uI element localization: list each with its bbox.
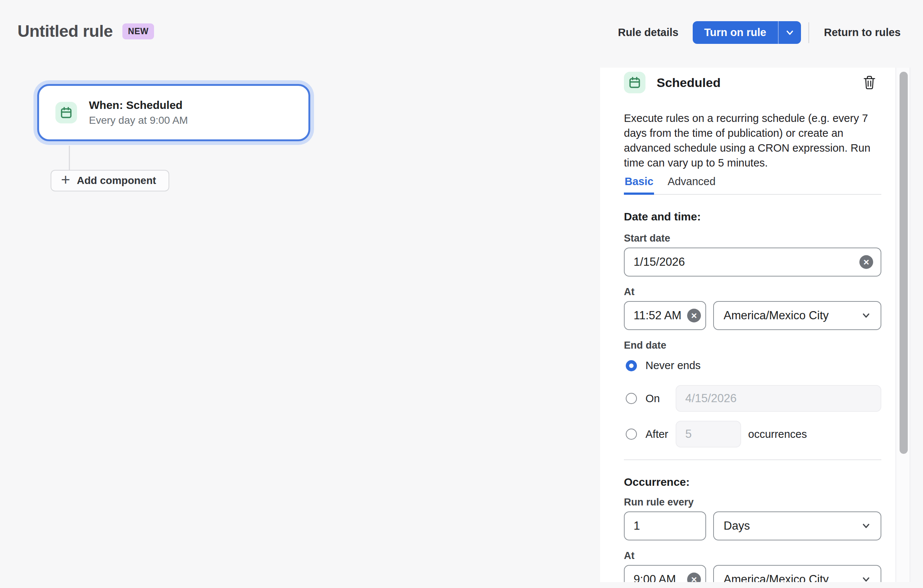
tab-advanced[interactable]: Advanced: [667, 175, 716, 195]
trigger-card-text: When: Scheduled Every day at 9:00 AM: [89, 99, 188, 126]
occurrences-suffix: occurrences: [748, 428, 881, 441]
calendar-icon: [624, 72, 645, 93]
section-divider: [624, 459, 881, 460]
turn-on-rule-button[interactable]: Turn on rule: [693, 21, 778, 44]
occurrence-time-field: ✕: [624, 565, 706, 582]
scheduled-config-panel: Scheduled Execute rules on a recurring s…: [600, 68, 895, 582]
chevron-down-icon: [861, 520, 872, 532]
header-divider: [808, 22, 809, 43]
occurrence-heading: Occurrence:: [624, 476, 881, 488]
delete-component-button[interactable]: [863, 75, 876, 90]
clear-icon[interactable]: ✕: [859, 256, 873, 269]
trigger-card-title: When: Scheduled: [89, 99, 188, 111]
run-every-value-input[interactable]: [624, 511, 706, 541]
occurrence-timezone-select[interactable]: America/Mexico City: [713, 565, 881, 582]
end-date-label: End date: [624, 340, 881, 351]
start-time-field: ✕: [624, 301, 706, 330]
add-component-button[interactable]: + Add component: [51, 170, 169, 192]
page-title: Untitled rule: [18, 21, 113, 41]
end-on-radio-cell: On: [626, 393, 676, 405]
start-timezone-select[interactable]: America/Mexico City: [713, 301, 881, 330]
never-ends-radio-label[interactable]: Never ends: [645, 359, 701, 372]
connector-line: [69, 146, 70, 170]
end-after-radio[interactable]: [626, 429, 637, 440]
clear-icon[interactable]: ✕: [687, 309, 701, 323]
never-ends-radio[interactable]: [626, 360, 637, 371]
end-on-radio[interactable]: [626, 393, 637, 404]
start-date-label: Start date: [624, 233, 881, 244]
panel-scrollbar-track[interactable]: [895, 68, 910, 582]
start-date-input[interactable]: [624, 247, 881, 277]
end-on-date-input[interactable]: [676, 385, 881, 412]
new-badge: NEW: [122, 23, 154, 39]
occurrence-time-row: ✕ America/Mexico City: [624, 565, 881, 582]
turn-on-rule-caret-button[interactable]: [778, 21, 801, 44]
end-on-option: On: [624, 385, 881, 412]
end-after-radio-cell: After: [626, 428, 676, 441]
tab-basic[interactable]: Basic: [624, 175, 654, 195]
end-after-radio-label[interactable]: After: [645, 428, 668, 441]
end-after-count-input[interactable]: [676, 421, 741, 447]
panel-title: Scheduled: [657, 75, 721, 90]
end-after-option: After occurrences: [624, 421, 881, 447]
plus-icon: +: [61, 172, 70, 188]
panel-header: Scheduled: [624, 70, 881, 94]
panel-scrollbar-thumb[interactable]: [900, 72, 908, 454]
start-timezone-value: America/Mexico City: [724, 309, 829, 322]
run-rule-every-label: Run rule every: [624, 496, 881, 508]
start-time-row: ✕ America/Mexico City: [624, 301, 881, 330]
chevron-down-icon: [861, 574, 872, 582]
run-every-unit-select[interactable]: Days: [713, 511, 881, 541]
occurrence-at-label: At: [624, 550, 881, 562]
rule-header: Untitled rule NEW: [18, 21, 154, 41]
at-label: At: [624, 286, 881, 298]
return-to-rules-button[interactable]: Return to rules: [824, 26, 901, 39]
date-and-time-heading: Date and time:: [624, 210, 881, 223]
chevron-down-icon: [785, 28, 795, 38]
header-actions: Rule details Turn on rule Return to rule…: [618, 21, 901, 44]
run-every-unit-value: Days: [724, 519, 750, 532]
trigger-card-subtitle: Every day at 9:00 AM: [89, 115, 188, 126]
never-ends-option: Never ends: [624, 359, 881, 372]
start-date-field: ✕: [624, 247, 881, 277]
trash-icon: [863, 75, 876, 90]
trigger-card-when-scheduled[interactable]: When: Scheduled Every day at 9:00 AM: [37, 84, 310, 141]
calendar-icon: [56, 102, 77, 123]
end-on-radio-label[interactable]: On: [645, 393, 660, 405]
occurrence-timezone-value: America/Mexico City: [724, 573, 829, 582]
panel-tabs: Basic Advanced: [624, 175, 881, 195]
rule-details-button[interactable]: Rule details: [618, 26, 678, 39]
turn-on-rule-split-button: Turn on rule: [693, 21, 801, 44]
chevron-down-icon: [861, 310, 872, 321]
run-every-row: Days: [624, 511, 881, 541]
add-component-label: Add component: [77, 175, 156, 187]
panel-description: Execute rules on a recurring schedule (e…: [624, 111, 881, 170]
